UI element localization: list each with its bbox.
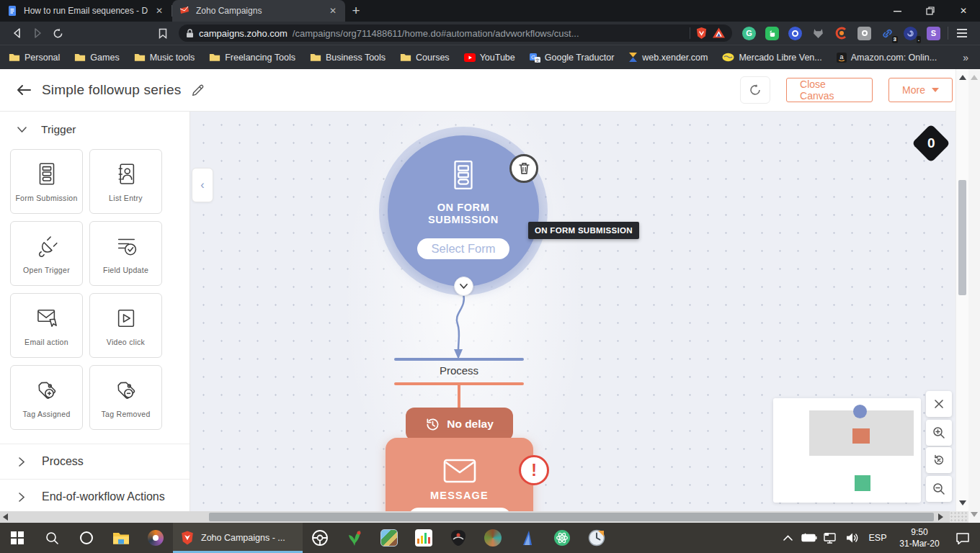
file-explorer-button[interactable] bbox=[104, 523, 138, 553]
tab-zoho-campaigns[interactable]: Zoho Campaigns ✕ bbox=[172, 0, 345, 22]
app-shell[interactable] bbox=[476, 523, 510, 553]
warning-badge[interactable]: ! bbox=[519, 455, 549, 485]
start-button[interactable] bbox=[0, 523, 35, 553]
horizontal-scrollbar[interactable] bbox=[0, 511, 968, 523]
colorzilla-extension-icon[interactable] bbox=[834, 27, 848, 40]
back-arrow-icon[interactable] bbox=[16, 84, 32, 96]
bookmark-google-traductor[interactable]: G文Google Traductor bbox=[530, 52, 615, 63]
bookmark-folder-courses[interactable]: Courses bbox=[400, 53, 450, 63]
sidebar-collapse-toggle[interactable]: ‹ bbox=[192, 168, 213, 202]
app-clock[interactable] bbox=[579, 523, 614, 553]
tile-tag-removed[interactable]: Tag Removed bbox=[89, 365, 162, 430]
scroll-left-arrow[interactable] bbox=[3, 513, 8, 521]
minimap-panel[interactable] bbox=[773, 398, 921, 503]
battery-status[interactable] bbox=[800, 523, 819, 553]
back-icon[interactable] bbox=[7, 23, 27, 43]
bookmark-xender[interactable]: web.xender.com bbox=[628, 52, 708, 63]
s-extension-icon[interactable]: S bbox=[927, 27, 940, 40]
taskbar-active-task[interactable]: Zoho Campaigns - ... bbox=[173, 523, 303, 553]
delete-node-button[interactable] bbox=[509, 154, 538, 183]
grammarly-extension-icon[interactable]: G bbox=[742, 27, 756, 40]
minimap-close-button[interactable] bbox=[926, 391, 952, 417]
app-guitar-pick[interactable] bbox=[441, 523, 476, 553]
tile-email-action[interactable]: Email action bbox=[10, 293, 83, 358]
tile-field-update[interactable]: Field Update bbox=[89, 221, 162, 286]
bookmark-folder-freelancing-tools[interactable]: Freelancing Tools bbox=[209, 53, 295, 63]
horizontal-scroll-thumb[interactable] bbox=[209, 513, 934, 521]
link-extension-icon[interactable]: 3 bbox=[881, 27, 894, 40]
tray-chevron-up[interactable] bbox=[778, 523, 797, 553]
app-pixel-game[interactable] bbox=[372, 523, 406, 553]
minimize-button[interactable] bbox=[881, 0, 914, 22]
more-button[interactable]: More bbox=[888, 78, 953, 102]
tile-open-trigger[interactable]: Open Trigger bbox=[10, 221, 83, 286]
network-status[interactable] bbox=[821, 523, 840, 553]
tile-list-entry[interactable]: List Entry bbox=[89, 149, 162, 214]
tab-close-icon[interactable]: ✕ bbox=[153, 6, 165, 16]
forward-icon[interactable] bbox=[27, 23, 48, 43]
expand-node-chevron[interactable] bbox=[454, 276, 473, 296]
target-extension-icon[interactable] bbox=[788, 27, 802, 40]
tab-docs[interactable]: How to run Email sequences - Doc ✕ bbox=[0, 0, 172, 22]
evernote-extension-icon[interactable] bbox=[765, 27, 779, 40]
tile-tag-assigned[interactable]: Tag Assigned bbox=[10, 365, 83, 430]
app-atom[interactable] bbox=[545, 523, 579, 553]
scroll-up-arrow[interactable] bbox=[971, 75, 978, 80]
address-bar[interactable]: campaigns.zoho.com /campaigns/org7114886… bbox=[179, 24, 732, 42]
refresh-canvas-button[interactable] bbox=[740, 76, 770, 104]
app-sail[interactable] bbox=[510, 523, 545, 553]
bookmark-folder-personal[interactable]: Personal bbox=[9, 53, 60, 63]
camera-extension-icon[interactable] bbox=[858, 27, 871, 40]
volume-status[interactable] bbox=[843, 523, 862, 553]
bookmark-folder-games[interactable]: Games bbox=[74, 53, 119, 63]
message-node[interactable]: MESSAGE Create Message bbox=[386, 438, 533, 511]
restore-button[interactable] bbox=[914, 0, 947, 22]
section-trigger[interactable]: Trigger bbox=[0, 123, 190, 136]
cortana-button[interactable] bbox=[69, 523, 104, 553]
app-equalizer[interactable] bbox=[406, 523, 441, 553]
bookmark-folder-music-tools[interactable]: Music tools bbox=[134, 53, 195, 63]
outer-vertical-scrollbar[interactable] bbox=[968, 69, 980, 523]
media-player-button[interactable] bbox=[138, 523, 173, 553]
language-indicator[interactable]: ESP bbox=[865, 533, 891, 543]
taskbar-search-button[interactable] bbox=[35, 523, 69, 553]
vertical-scroll-thumb[interactable] bbox=[958, 180, 966, 295]
app-steering-wheel[interactable] bbox=[303, 523, 337, 553]
scroll-right-arrow[interactable] bbox=[938, 513, 943, 521]
tile-form-submission[interactable]: Form Submission bbox=[10, 149, 83, 214]
section-process[interactable]: Process bbox=[0, 444, 190, 479]
edit-pencil-icon[interactable] bbox=[190, 82, 206, 98]
no-delay-badge[interactable]: No delay bbox=[406, 408, 513, 441]
new-tab-button[interactable]: + bbox=[345, 0, 367, 22]
reload-icon[interactable] bbox=[48, 23, 68, 43]
bookmark-youtube[interactable]: YouTube bbox=[464, 53, 515, 63]
brave-rewards-triangle-icon[interactable] bbox=[713, 27, 725, 39]
scroll-down-arrow[interactable] bbox=[971, 512, 978, 517]
scroll-up-arrow[interactable] bbox=[959, 75, 966, 80]
action-center-button[interactable] bbox=[948, 523, 977, 553]
app-plant[interactable] bbox=[337, 523, 372, 553]
tile-video-click[interactable]: Video click bbox=[89, 293, 162, 358]
bookmark-folder-business-tools[interactable]: Business Tools bbox=[310, 53, 386, 63]
bookmarks-overflow-chevron[interactable]: » bbox=[963, 52, 971, 63]
section-end-of-workflow[interactable]: End-of-workflow Actions bbox=[0, 480, 190, 511]
bookmark-mercado-libre[interactable]: Mercado Libre Ven... bbox=[722, 53, 821, 63]
browser-menu-icon[interactable] bbox=[951, 29, 973, 37]
select-form-button[interactable]: Select Form bbox=[417, 238, 509, 259]
zoom-reset-button[interactable] bbox=[926, 447, 952, 473]
zoom-in-button[interactable] bbox=[926, 420, 952, 446]
spiral-extension-icon[interactable]: . bbox=[904, 27, 917, 40]
zoom-out-button[interactable] bbox=[926, 476, 952, 502]
bookmark-amazon[interactable]: aAmazon.com: Onlin... bbox=[837, 53, 937, 63]
bookmark-icon[interactable] bbox=[153, 23, 173, 43]
close-window-button[interactable]: ✕ bbox=[947, 0, 980, 22]
workflow-canvas[interactable]: ‹ ON FORM SUBMISSION Select Form ON FORM… bbox=[190, 112, 956, 511]
vertical-scrollbar[interactable] bbox=[956, 69, 968, 511]
tab-close-icon[interactable]: ✕ bbox=[327, 6, 339, 16]
close-canvas-button[interactable]: Close Canvas bbox=[786, 78, 873, 102]
atom-app-icon bbox=[553, 529, 571, 547]
wolf-extension-icon[interactable] bbox=[811, 27, 825, 40]
brave-shield-icon[interactable] bbox=[695, 27, 708, 40]
clock-date[interactable]: 9:50 31-Mar-20 bbox=[894, 526, 945, 549]
scroll-down-arrow[interactable] bbox=[959, 500, 966, 505]
